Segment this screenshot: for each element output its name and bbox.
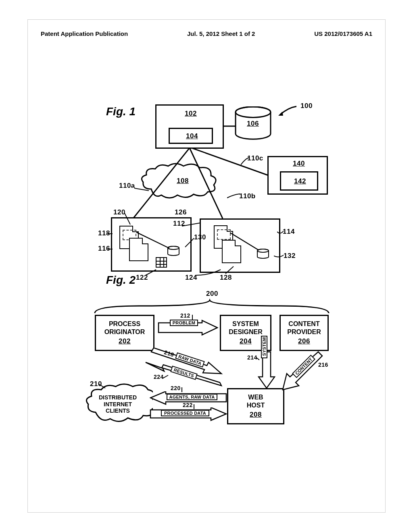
ref-110a: 110a <box>119 182 135 190</box>
ref-142: 142 <box>294 177 306 185</box>
process-originator-l1: PROCESS <box>96 320 153 328</box>
cloud-l3: CLIENTS <box>99 407 137 414</box>
ref-110b: 110b <box>239 192 256 200</box>
svg-line-18 <box>185 238 194 247</box>
lead-132 <box>274 254 284 258</box>
system-designer-l2: DESIGNER <box>221 328 270 336</box>
ref-222: 222 <box>183 402 193 408</box>
page-header: Patent Application Publication Jul. 5, 2… <box>41 30 372 37</box>
diagram-area: Fig. 1 100 102 104 106 108 <box>75 100 333 455</box>
ref-140: 140 <box>293 160 305 168</box>
lead-118 <box>108 233 113 235</box>
figure-1-title: Fig. 1 <box>106 105 136 118</box>
ref-132: 132 <box>284 252 296 260</box>
svg-line-26 <box>163 375 168 378</box>
svg-line-5 <box>190 148 223 218</box>
header-center: Jul. 5, 2012 Sheet 1 of 2 <box>187 30 255 37</box>
header-left: Patent Application Publication <box>41 30 128 37</box>
ref-202: 202 <box>96 337 153 345</box>
ref-216: 216 <box>318 362 328 368</box>
ref-208: 208 <box>228 410 283 419</box>
header-right: US 2012/0173605 A1 <box>314 30 372 37</box>
content-provider-l1: CONTENT <box>281 320 327 328</box>
client112-internal-line <box>136 230 173 254</box>
lead-110c <box>241 157 250 166</box>
lead-124 <box>195 269 222 276</box>
lead-214 <box>256 357 260 361</box>
web-host-l2: HOST <box>228 401 283 409</box>
server-box-102: 102 104 <box>155 104 224 149</box>
ref-212: 212 <box>180 312 190 319</box>
ref-128: 128 <box>220 274 232 282</box>
box-142: 142 <box>280 171 318 191</box>
server-inner-104: 104 <box>169 128 213 144</box>
ref-206: 206 <box>281 337 327 345</box>
page-frame: Patent Application Publication Jul. 5, 2… <box>27 19 386 513</box>
content-provider-l2: PROVIDER <box>281 328 327 336</box>
svg-line-17 <box>182 223 200 226</box>
svg-marker-0 <box>278 112 283 116</box>
lead-222 <box>192 404 196 410</box>
lead-110b <box>227 193 242 200</box>
lead-128 <box>225 266 234 274</box>
client-114 <box>200 218 280 273</box>
ref-100: 100 <box>300 102 313 110</box>
brace-200 <box>91 298 333 315</box>
distributed-clients-cloud: DISTRIBUTED INTERNET CLIENTS <box>88 387 148 422</box>
web-host-box: WEB HOST 208 <box>227 388 284 424</box>
ref-102: 102 <box>185 110 197 118</box>
lead-120 <box>123 212 132 225</box>
dashed-box-126a <box>217 229 231 240</box>
arrow-system-label: SYSTEM <box>261 336 267 358</box>
lead-116 <box>108 248 113 250</box>
svg-line-28 <box>256 357 259 360</box>
lead-110a <box>134 185 150 192</box>
lead-130 <box>184 237 196 249</box>
svg-line-10 <box>136 232 169 248</box>
svg-line-7 <box>134 188 149 191</box>
lead-210 <box>99 383 106 389</box>
box-140: 140 142 <box>267 156 328 195</box>
svg-line-13 <box>230 233 259 250</box>
ref-126: 126 <box>175 208 187 216</box>
svg-line-20 <box>225 266 234 274</box>
arrow-agents-label: AGENTS, RAW DATA <box>167 394 217 400</box>
lead-114 <box>277 230 284 237</box>
ref-114: 114 <box>283 228 295 236</box>
ref-104: 104 <box>186 132 198 140</box>
process-originator-l2: ORIGINATOR <box>96 328 153 336</box>
svg-line-19 <box>146 270 156 275</box>
grid-icon-122 <box>156 257 167 268</box>
svg-line-21 <box>99 384 105 388</box>
ref-200: 200 <box>206 290 218 298</box>
client114-internal-line <box>230 231 262 253</box>
arrow-problem-label: PROBLEM <box>170 320 198 326</box>
cloud-l1: DISTRIBUTED <box>99 394 137 401</box>
arrow-processed-label: PROCESSED DATA <box>161 410 209 416</box>
lead-112 <box>182 222 201 228</box>
server-db-link <box>223 125 236 128</box>
figure-2-title: Fig. 2 <box>106 274 136 287</box>
lead-212 <box>191 315 195 320</box>
content-provider-box: CONTENT PROVIDER 206 <box>280 315 329 351</box>
system-designer-l1: SYSTEM <box>221 320 270 328</box>
ref-106: 106 <box>247 120 259 128</box>
lead-224 <box>163 374 169 379</box>
web-host-l1: WEB <box>228 393 283 401</box>
ref-100-arrow <box>278 104 302 116</box>
lead-220 <box>180 387 184 393</box>
ref-130: 130 <box>194 233 206 241</box>
ref-220: 220 <box>171 385 181 391</box>
svg-line-4 <box>133 148 190 218</box>
process-originator-box: PROCESS ORIGINATOR 202 <box>95 315 154 351</box>
svg-line-14 <box>125 213 130 224</box>
cloud-l2: INTERNET <box>99 401 137 408</box>
lead-122 <box>146 269 158 276</box>
